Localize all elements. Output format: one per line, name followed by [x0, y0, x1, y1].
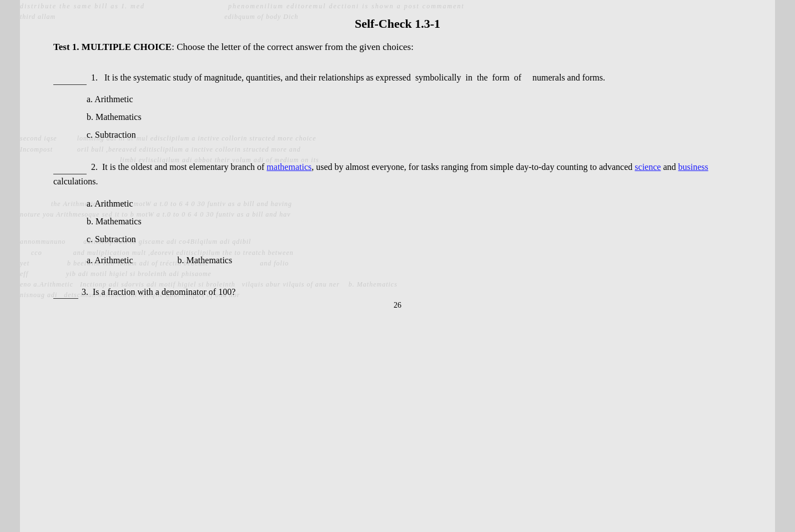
question-3: 3. Is a fraction with a denominator of 1…	[53, 285, 742, 310]
q2-link-business: business	[678, 162, 708, 172]
blank-2	[53, 159, 87, 174]
instruction-text: : Choose the letter of the correct answe…	[172, 42, 414, 52]
q2-inline-choice-a: a. Arithmetic	[87, 252, 133, 269]
q3-number: 3.	[82, 285, 88, 299]
q2-choice-a: a. Arithmetic	[87, 195, 742, 213]
blank-1	[53, 70, 87, 85]
question-1: 1. It is the systematic study of magnitu…	[53, 70, 742, 144]
q2-number: 2.	[91, 162, 98, 172]
page-title: Self-Check 1.3-1	[53, 17, 742, 31]
page: distribute the same bill as I. med pheno…	[20, 0, 775, 532]
q3-body: Is a fraction with a denominator of 100?	[93, 285, 235, 299]
q2-choice-b: b. Mathematics	[87, 213, 742, 230]
content: Self-Check 1.3-1 Test 1. MULTIPLE CHOICE…	[53, 17, 742, 310]
q2-link-mathematics: mathematics	[266, 162, 311, 172]
page-number: 26	[53, 301, 742, 310]
q1-choice-a: a. Arithmetic	[87, 91, 742, 108]
q2-body: It is the oldest and most elementary bra…	[53, 162, 708, 186]
blank-3	[53, 285, 78, 299]
q1-choice-b: b. Mathematics	[87, 108, 742, 126]
q2-choices: a. Arithmetic b. Mathematics c. Subtract…	[87, 195, 742, 248]
q1-body: It is the systematic study of magnitude,…	[104, 73, 605, 82]
q2-inline-choices: a. Arithmetic b. Mathematics	[87, 252, 742, 269]
q1-choice-c: c. Subtraction	[87, 126, 742, 144]
question-2-text: 2. It is the oldest and most elementary …	[53, 159, 742, 189]
instruction: Test 1. MULTIPLE CHOICE: Choose the lett…	[53, 40, 742, 54]
q1-choices: a. Arithmetic b. Mathematics c. Subtract…	[87, 91, 742, 144]
question-2: 2. It is the oldest and most elementary …	[53, 159, 742, 269]
q2-choice-c: c. Subtraction	[87, 230, 742, 248]
question-3-text: 3. Is a fraction with a denominator of 1…	[53, 285, 742, 299]
q2-link-science: science	[635, 162, 661, 172]
question-1-text: 1. It is the systematic study of magnitu…	[53, 70, 742, 85]
q1-number: 1.	[91, 73, 98, 82]
q2-inline-choice-b: b. Mathematics	[178, 252, 233, 269]
instruction-label: Test 1. MULTIPLE CHOICE	[53, 42, 172, 52]
